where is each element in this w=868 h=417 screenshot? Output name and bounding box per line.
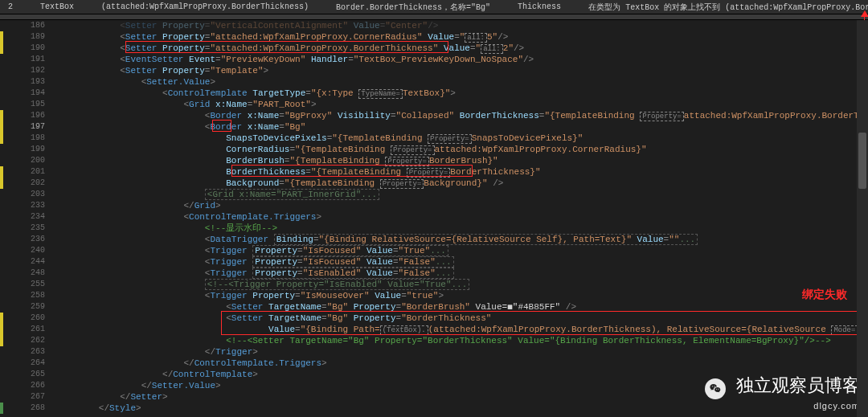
code-line[interactable]: <Setter Property="Template"> xyxy=(56,65,868,76)
line-number-gutter: 1861891901911921931941951961971981992002… xyxy=(0,20,48,417)
watermark-sub: dlgcy.com xyxy=(705,401,860,411)
code-line[interactable]: <Setter TargetName="Bg" Property="Border… xyxy=(56,301,868,313)
code-line[interactable]: <ControlTemplate.Triggers> xyxy=(56,211,868,223)
vertical-scrollbar[interactable] xyxy=(857,20,868,417)
code-line[interactable]: <Grid x:Name="PART_Root"> xyxy=(56,99,868,110)
code-line[interactable]: <EventSetter Event="PreviewKeyDown" Hand… xyxy=(56,54,868,65)
error-count: 2 xyxy=(8,2,13,11)
error-col5: 在类型为 TextBox 的对象上找不到 (attached:WpfXamlPr… xyxy=(588,2,868,13)
error-col3: Border.BorderThickness，名称="Bg" xyxy=(336,2,490,13)
code-line[interactable]: <Grid x:Name="PART_InnerGrid"... xyxy=(56,189,868,200)
code-editor[interactable]: 1861891901911921931941951961971981992002… xyxy=(0,20,868,417)
error-col2: (attached:WpfXamlPropProxy.BorderThickne… xyxy=(101,2,309,11)
code-line[interactable]: <Setter TargetName="Bg" Property="Border… xyxy=(56,313,868,324)
code-line[interactable]: <Border x:Name="Bg" xyxy=(56,121,868,133)
code-line[interactable]: </Trigger> xyxy=(56,346,868,358)
code-line[interactable]: <Trigger Property="IsFocused" Value="Fal… xyxy=(56,256,868,268)
code-line[interactable]: <Setter Property="VerticalContentAlignme… xyxy=(56,20,868,31)
code-line[interactable]: BorderThickness="{TemplateBinding Proper… xyxy=(56,166,868,178)
code-line[interactable]: <Trigger Property="IsMouseOver" Value="t… xyxy=(56,290,868,301)
scroll-top[interactable] xyxy=(0,14,868,20)
watermark: 独立观察员博客 dlgcy.com xyxy=(705,374,860,411)
code-line[interactable]: <Trigger Property="IsFocused" Value="Tru… xyxy=(56,245,868,256)
annotation-label: 绑定失败 xyxy=(802,288,847,302)
code-area[interactable]: <Setter Property="VerticalContentAlignme… xyxy=(48,20,868,417)
code-line[interactable]: <Trigger Property="IsEnabled" Value="Fal… xyxy=(56,268,868,279)
code-line[interactable]: <ControlTemplate TargetType="{x:Type Typ… xyxy=(56,88,868,99)
code-line[interactable]: BorderBrush="{TemplateBinding Property=B… xyxy=(56,155,868,166)
error-col4: Thickness xyxy=(518,2,561,11)
code-line[interactable]: <Setter.Value> xyxy=(56,76,868,88)
code-line[interactable]: <Setter Property="attached:WpfXamlPropPr… xyxy=(56,43,868,54)
error-col1: TextBox xyxy=(40,2,74,11)
code-line[interactable]: <DataTrigger Binding="{Binding RelativeS… xyxy=(56,234,868,245)
code-line[interactable]: <!--显示水印--> xyxy=(56,223,868,234)
code-line[interactable]: </Grid> xyxy=(56,200,868,211)
code-line[interactable]: <!--<Trigger Property="IsEnabled" Value=… xyxy=(56,279,868,290)
code-line[interactable]: <Setter Property="attached:WpfXamlPropPr… xyxy=(56,31,868,43)
code-line[interactable]: <Border x:Name="BgProxy" Visibility="Col… xyxy=(56,110,868,121)
watermark-title: 独立观察员博客 xyxy=(736,375,860,395)
error-bar: 2 TextBox (attached:WpfXamlPropProxy.Bor… xyxy=(0,0,868,14)
code-line[interactable]: </ControlTemplate.Triggers> xyxy=(56,358,868,369)
scrollbar-thumb[interactable] xyxy=(858,133,866,189)
code-line[interactable]: Background="{TemplateBinding Property=Ba… xyxy=(56,178,868,189)
code-line[interactable]: <!--<Setter TargetName="Bg" Property="Bo… xyxy=(56,335,868,346)
wechat-icon xyxy=(705,378,726,399)
code-line[interactable]: SnapsToDevicePixels="{TemplateBinding Pr… xyxy=(56,133,868,144)
code-line[interactable]: Value="{Binding Path=(TextBox).(attached… xyxy=(56,324,868,335)
code-line[interactable]: CornerRadius="{TemplateBinding Property=… xyxy=(56,144,868,155)
